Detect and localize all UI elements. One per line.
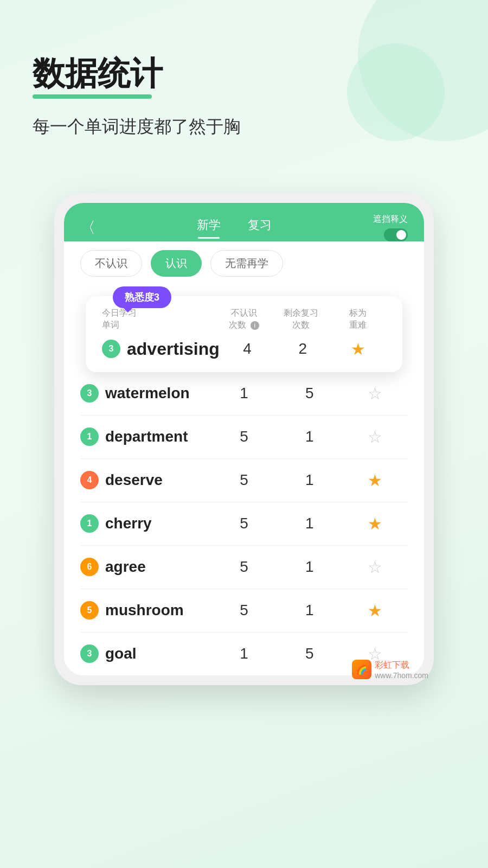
header-section: 数据统计 每一个单词进度都了然于胸: [0, 0, 488, 161]
star-button[interactable]: ★: [342, 601, 408, 620]
unknown-count: 5: [211, 515, 277, 532]
filter-know[interactable]: 认识: [151, 250, 202, 277]
word-text: department: [105, 428, 188, 445]
highlighted-star[interactable]: ★: [331, 340, 386, 359]
word-info: 3 watermelon: [80, 384, 211, 403]
watermark-info: 彩虹下载 www.7hom.com: [375, 660, 428, 680]
list-item: 3 watermelon 1 5 ☆: [80, 372, 408, 416]
col-word-header: 今日学习单词: [102, 307, 216, 331]
unknown-count: 5: [211, 602, 277, 619]
star-button[interactable]: ☆: [342, 558, 408, 577]
word-text: mushroom: [105, 602, 184, 619]
column-headers: 今日学习单词 不认识次数 i 剩余复习次数 标为重难: [102, 307, 386, 331]
filter-no-need[interactable]: 无需再学: [210, 250, 283, 277]
highlighted-unknown-count: 4: [220, 340, 275, 358]
unknown-count: 5: [211, 471, 277, 489]
level-badge: 5: [80, 601, 99, 620]
level-badge: 4: [80, 471, 99, 489]
unknown-count: 5: [211, 428, 277, 445]
level-badge: 1: [80, 427, 99, 446]
level-badge: 6: [80, 558, 99, 576]
word-info: 6 agree: [80, 558, 211, 576]
list-item: 5 mushroom 5 1 ★: [80, 589, 408, 633]
remaining-count: 1: [277, 602, 342, 619]
watermark-logo: 🌈: [352, 660, 371, 679]
unknown-count: 5: [211, 558, 277, 576]
phone-inner: 〈 新学 复习 遮挡释义 不认识 认识 无需再学 熟悉度3: [64, 203, 424, 675]
watermark-label: 彩虹下载: [375, 660, 428, 671]
word-text: deserve: [105, 471, 163, 489]
word-text: cherry: [105, 515, 152, 532]
tab-review[interactable]: 复习: [248, 217, 272, 239]
word-info: 5 mushroom: [80, 601, 211, 620]
phone-frame: 〈 新学 复习 遮挡释义 不认识 认识 无需再学 熟悉度3: [54, 193, 434, 685]
info-icon: i: [251, 321, 259, 330]
toggle-switch[interactable]: [384, 228, 408, 241]
phone-wrapper: 〈 新学 复习 遮挡释义 不认识 认识 无需再学 熟悉度3: [54, 193, 434, 685]
list-item: 4 deserve 5 1 ★: [80, 459, 408, 502]
unknown-count: 1: [211, 385, 277, 402]
header-right: 遮挡释义: [373, 214, 408, 241]
remaining-count: 1: [277, 515, 342, 532]
title-underline: [33, 94, 152, 99]
col-unknown-header: 不认识次数 i: [216, 307, 273, 331]
level-badge: 3: [80, 384, 99, 403]
remaining-count: 5: [277, 385, 342, 402]
highlighted-word-info: 3 advertising: [102, 339, 220, 359]
filter-unknown[interactable]: 不认识: [80, 250, 142, 277]
word-info: 3 goal: [80, 644, 211, 663]
filter-row: 不认识 认识 无需再学: [64, 241, 424, 285]
star-button[interactable]: ★: [342, 471, 408, 490]
unknown-count: 1: [211, 645, 277, 662]
word-info: 1 department: [80, 427, 211, 446]
highlighted-word-row: 3 advertising 4 2 ★: [102, 339, 386, 359]
remaining-count: 1: [277, 558, 342, 576]
star-button[interactable]: ☆: [342, 427, 408, 446]
word-text: watermelon: [105, 385, 190, 402]
app-header: 〈 新学 复习 遮挡释义: [64, 203, 424, 241]
remaining-count: 5: [277, 645, 342, 662]
word-info: 4 deserve: [80, 471, 211, 489]
highlighted-word-text: advertising: [127, 339, 220, 359]
familiarity-badge: 熟悉度3: [113, 286, 171, 308]
highlighted-level-badge: 3: [102, 340, 120, 358]
col-remaining-header: 剩余复习次数: [272, 307, 329, 331]
remaining-count: 1: [277, 471, 342, 489]
level-badge: 3: [80, 644, 99, 663]
header-tabs: 新学 复习: [197, 217, 272, 239]
hide-meaning-label: 遮挡释义: [373, 214, 408, 225]
word-text: goal: [105, 645, 137, 662]
word-info: 1 cherry: [80, 514, 211, 533]
col-mark-header: 标为重难: [329, 307, 386, 331]
word-text: agree: [105, 558, 146, 576]
watermark: 🌈 彩虹下载 www.7hom.com: [352, 660, 428, 680]
star-button[interactable]: ★: [342, 514, 408, 533]
list-item: 1 cherry 5 1 ★: [80, 502, 408, 546]
level-badge: 1: [80, 514, 99, 533]
remaining-count: 1: [277, 428, 342, 445]
tab-new[interactable]: 新学: [197, 217, 221, 239]
highlight-card: 熟悉度3 今日学习单词 不认识次数 i 剩余复习次数 标为重难 3 advert…: [86, 296, 402, 372]
list-item: 6 agree 5 1 ☆: [80, 546, 408, 589]
watermark-url: www.7hom.com: [375, 671, 428, 680]
highlighted-remaining: 2: [275, 340, 330, 358]
back-button[interactable]: 〈: [80, 218, 95, 238]
star-button[interactable]: ☆: [342, 384, 408, 403]
word-list: 3 watermelon 1 5 ☆ 1 department 5 1 ☆ 4 …: [64, 372, 424, 675]
subtitle: 每一个单词进度都了然于胸: [33, 115, 455, 139]
list-item: 1 department 5 1 ☆: [80, 416, 408, 459]
page-title: 数据统计: [33, 54, 455, 93]
